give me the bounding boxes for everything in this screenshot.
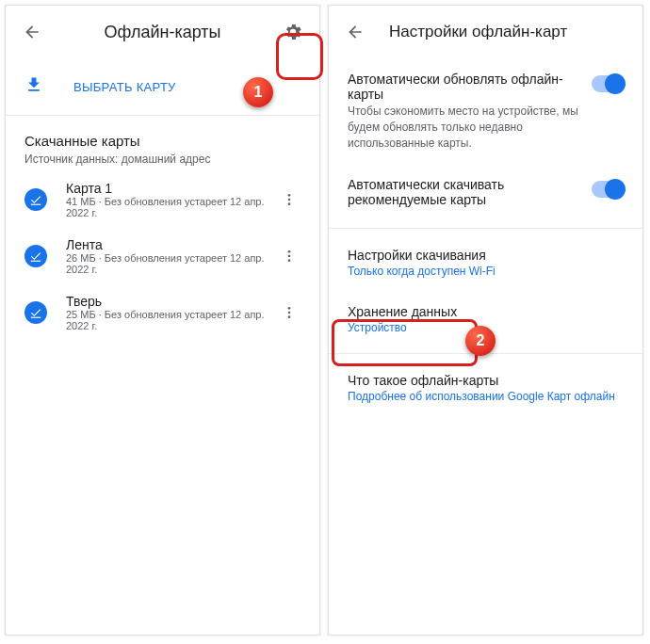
map-downloaded-icon (24, 301, 47, 324)
storage-setting[interactable]: Хранение данных Устройство (329, 291, 642, 347)
arrow-back-icon (346, 23, 365, 41)
offline-maps-screen: Офлайн-карты ВЫБРАТЬ КАРТУ Скачанные кар… (5, 5, 320, 636)
setting-title: Настройки скачивания (348, 248, 624, 263)
svg-point-7 (288, 259, 291, 262)
svg-rect-8 (31, 317, 41, 318)
about-offline-setting[interactable]: Что такое офлайн-карты Подробнее об испо… (329, 360, 642, 416)
setting-subtitle: Чтобы сэкономить место на устройстве, мы… (348, 104, 592, 151)
kebab-icon (282, 305, 297, 320)
gear-icon (283, 22, 303, 42)
map-text: Карта 1 41 МБ · Без обновления устареет … (66, 181, 278, 218)
divider (329, 353, 642, 354)
kebab-icon (282, 192, 297, 207)
svg-point-3 (288, 202, 291, 205)
auto-update-toggle[interactable] (592, 75, 624, 92)
header: Офлайн-карты (6, 6, 319, 58)
map-detail: 26 МБ · Без обновления устареет 12 апр. … (66, 252, 278, 275)
download-prefs-setting[interactable]: Настройки скачивания Только когда доступ… (329, 234, 642, 291)
map-detail: 41 МБ · Без обновления устареет 12 апр. … (66, 196, 278, 218)
map-name: Лента (66, 237, 278, 252)
setting-title: Автоматически обновлять офлайн-карты (348, 72, 592, 102)
svg-point-6 (288, 255, 291, 258)
setting-value: Устройство (348, 321, 624, 334)
svg-point-1 (288, 194, 291, 197)
header: Настройки офлайн-карт (329, 6, 642, 58)
map-item[interactable]: Лента 26 МБ · Без обновления устареет 12… (6, 228, 319, 284)
setting-title: Автоматически скачивать рекомендуемые ка… (348, 177, 592, 207)
map-name: Карта 1 (66, 181, 278, 196)
map-name: Тверь (66, 294, 278, 309)
setting-value: Подробнее об использовании Google Карт о… (348, 390, 624, 403)
divider (329, 228, 642, 229)
arrow-back-icon (23, 23, 41, 41)
svg-point-2 (288, 199, 291, 201)
svg-point-5 (288, 250, 291, 253)
map-menu-button[interactable] (278, 249, 301, 264)
downloaded-maps-header: Скачанные карты Источник данных: домашни… (6, 116, 319, 171)
map-menu-button[interactable] (278, 305, 301, 320)
page-title: Офлайн-карты (51, 23, 274, 42)
auto-download-setting[interactable]: Автоматически скачивать рекомендуемые ка… (329, 164, 642, 222)
select-map-button[interactable]: ВЫБРАТЬ КАРТУ (6, 58, 319, 116)
page-title: Настройки офлайн-карт (389, 23, 635, 41)
map-downloaded-icon (24, 188, 47, 211)
setting-title: Хранение данных (348, 304, 624, 319)
map-text: Тверь 25 МБ · Без обновления устареет 12… (66, 294, 278, 331)
auto-update-setting[interactable]: Автоматически обновлять офлайн-карты Что… (329, 58, 642, 164)
section-title: Скачанные карты (24, 133, 301, 149)
kebab-icon (282, 249, 297, 264)
download-icon (24, 75, 47, 98)
map-menu-button[interactable] (278, 192, 301, 207)
svg-point-11 (288, 315, 291, 318)
map-item[interactable]: Карта 1 41 МБ · Без обновления устареет … (6, 171, 319, 228)
auto-download-toggle[interactable] (592, 181, 624, 198)
map-text: Лента 26 МБ · Без обновления устареет 12… (66, 237, 278, 275)
section-subtitle: Источник данных: домашний адрес (24, 153, 301, 166)
map-detail: 25 МБ · Без обновления устареет 12 апр. … (66, 309, 278, 331)
svg-rect-0 (31, 204, 41, 205)
settings-button[interactable] (274, 13, 312, 51)
offline-settings-screen: Настройки офлайн-карт Автоматически обно… (328, 5, 643, 636)
setting-value: Только когда доступен Wi-Fi (348, 265, 624, 278)
back-button[interactable] (13, 13, 51, 51)
svg-point-9 (288, 307, 291, 310)
svg-rect-4 (31, 261, 41, 262)
back-button[interactable] (336, 13, 374, 51)
select-map-label: ВЫБРАТЬ КАРТУ (73, 80, 176, 94)
map-item[interactable]: Тверь 25 МБ · Без обновления устареет 12… (6, 284, 319, 341)
setting-title: Что такое офлайн-карты (348, 373, 624, 388)
svg-point-10 (288, 312, 291, 314)
map-downloaded-icon (24, 245, 47, 267)
